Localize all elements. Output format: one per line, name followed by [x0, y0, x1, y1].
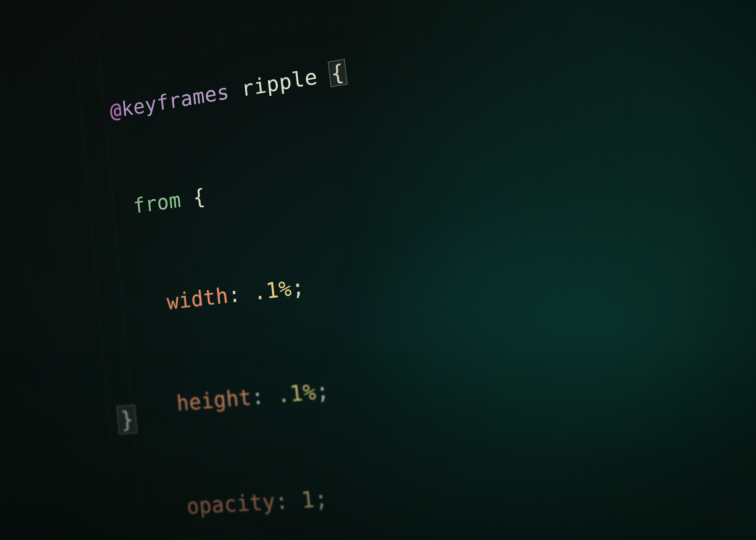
colon-token: :	[274, 488, 290, 514]
selector-token: from	[132, 188, 182, 218]
gutter-line	[10, 115, 53, 163]
gutter-line	[7, 74, 49, 122]
property-token: opacity	[186, 489, 276, 519]
gutter-line	[17, 198, 61, 245]
open-brace: {	[192, 184, 207, 210]
code-line-3: width: .1%;	[127, 263, 371, 322]
code-line-4: height: .1%;	[136, 370, 383, 423]
semicolon-token: ;	[290, 274, 306, 301]
property-token: height	[176, 385, 253, 416]
semicolon-token: ;	[315, 378, 331, 405]
semicolon-token: ;	[313, 486, 329, 512]
gutter-line	[24, 282, 68, 329]
gutter-line	[4, 34, 46, 82]
code-editor[interactable]: @keyframes ripple { from { width: .1%; h…	[0, 0, 756, 540]
value-token: .1%	[252, 276, 293, 305]
colon-token: :	[227, 282, 242, 307]
close-brace-highlight: }	[116, 405, 137, 435]
code-line-5: opacity: 1;	[146, 478, 396, 525]
code-content[interactable]: @keyframes ripple { from { width: .1%; h…	[103, 0, 487, 540]
property-token: width	[166, 283, 229, 314]
open-brace-highlight: {	[328, 59, 348, 87]
line-number-gutter	[4, 34, 89, 540]
identifier-token: ripple	[240, 65, 319, 101]
code-line-1: @keyframes ripple {	[108, 57, 346, 127]
keyword-token: keyframes	[121, 80, 230, 121]
value-token: .1%	[276, 379, 318, 408]
colon-token: :	[250, 384, 265, 410]
gutter-line	[14, 156, 57, 203]
code-line-2: from {	[118, 159, 359, 223]
gutter-line	[21, 240, 64, 287]
